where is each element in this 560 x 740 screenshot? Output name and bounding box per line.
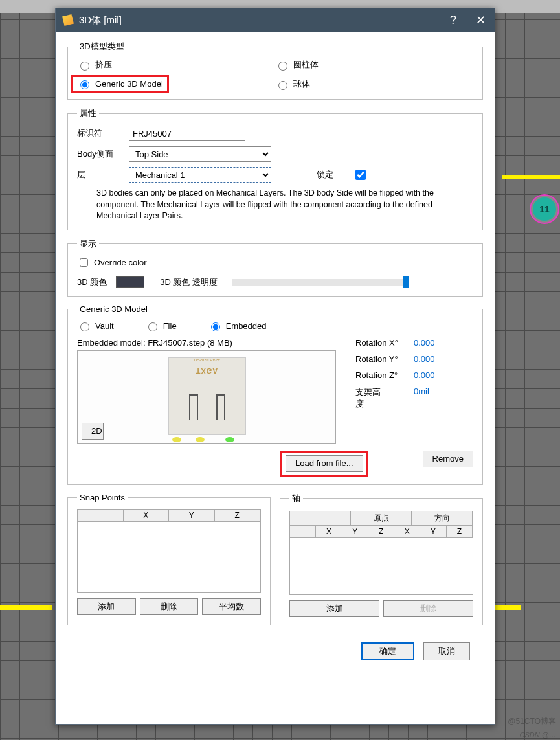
radio-generic-3d-model[interactable]: Generic 3D Model bbox=[77, 78, 163, 89]
embedded-model-value: FRJ45007.step (8 MB) bbox=[148, 338, 232, 348]
embedded-model-label: Embedded model: bbox=[77, 338, 146, 348]
radio-cylinder[interactable]: 圆柱体 bbox=[275, 59, 473, 71]
opacity-label: 3D 颜色 透明度 bbox=[160, 276, 218, 288]
rotation-y-value[interactable]: 0.000 bbox=[414, 354, 435, 364]
radio-source-embedded[interactable]: Embedded bbox=[208, 320, 267, 331]
identifier-input[interactable] bbox=[129, 126, 245, 141]
model-preview: DESIGN BASE TXGA 2D bbox=[77, 350, 336, 444]
axis-add-button[interactable]: 添加 bbox=[289, 600, 379, 617]
radio-source-file[interactable]: File bbox=[145, 320, 177, 331]
watermark: CSDN @… bbox=[520, 731, 556, 739]
layer-label: 层 bbox=[77, 169, 122, 181]
rotation-y-label: Rotation Y° bbox=[355, 354, 407, 364]
identifier-label: 标识符 bbox=[77, 128, 122, 139]
snap-points-group: Snap Points X Y Z 添加 删除 平均数 bbox=[67, 493, 271, 625]
body-side-label: Body侧面 bbox=[77, 148, 122, 160]
snap-delete-button[interactable]: 删除 bbox=[140, 598, 199, 615]
lock-checkbox[interactable] bbox=[355, 170, 366, 180]
app-icon bbox=[62, 14, 74, 26]
slider-thumb[interactable] bbox=[403, 276, 409, 288]
generic-3d-model-group: Generic 3D Model Vault File Embedded Emb… bbox=[67, 304, 483, 485]
axis-table[interactable]: 原点 方向 X Y Z X Y Z bbox=[289, 511, 473, 595]
rotation-x-label: Rotation X° bbox=[355, 338, 407, 348]
radio-sphere[interactable]: 球体 bbox=[275, 77, 473, 91]
window-title: 3D体 [mil] bbox=[79, 14, 122, 27]
model-thumbnail: DESIGN BASE TXGA bbox=[168, 357, 246, 435]
model-type-group: 3D模型类型 挤压 圆柱体 Generic 3D Model 球体 bbox=[67, 41, 483, 100]
radio-extrude[interactable]: 挤压 bbox=[77, 59, 275, 71]
standoff-label: 支架高度 bbox=[355, 387, 388, 410]
ok-button[interactable]: 确定 bbox=[361, 642, 414, 660]
rotation-z-value[interactable]: 0.000 bbox=[414, 370, 435, 380]
layer-select[interactable]: Mechanical 1 bbox=[129, 167, 271, 183]
radio-source-vault[interactable]: Vault bbox=[77, 320, 114, 331]
load-from-file-button[interactable]: Load from file... bbox=[286, 455, 363, 472]
rotation-z-label: Rotation Z° bbox=[355, 370, 407, 380]
cancel-button[interactable]: 取消 bbox=[423, 642, 470, 660]
opacity-slider[interactable] bbox=[232, 279, 407, 286]
titlebar: 3D体 [mil] ? ✕ bbox=[56, 8, 495, 32]
display-group: 显示 Override color 3D 颜色 3D 颜色 透明度 bbox=[67, 238, 483, 297]
override-color-checkbox[interactable]: Override color bbox=[77, 256, 473, 269]
properties-group: 属性 标识符 Body侧面 Top Side 层 Mechanical 1 锁定… bbox=[67, 107, 483, 230]
body-side-select[interactable]: Top Side bbox=[129, 146, 271, 162]
color3d-label: 3D 颜色 bbox=[77, 276, 107, 288]
axis-group: 轴 原点 方向 X Y Z X Y Z bbox=[280, 493, 483, 625]
toggle-2d-button[interactable]: 2D bbox=[82, 423, 104, 440]
color3d-swatch[interactable] bbox=[116, 276, 144, 288]
axis-delete-button[interactable]: 删除 bbox=[383, 600, 473, 617]
remove-button[interactable]: Remove bbox=[423, 451, 473, 467]
rotation-x-value[interactable]: 0.000 bbox=[414, 338, 435, 348]
help-button[interactable]: ? bbox=[445, 14, 461, 27]
watermark: @51CTO博客 bbox=[508, 716, 556, 727]
snap-add-button[interactable]: 添加 bbox=[77, 598, 136, 615]
snap-points-table[interactable]: X Y Z bbox=[77, 509, 261, 593]
close-button[interactable]: ✕ bbox=[473, 13, 488, 27]
standoff-value[interactable]: 0mil bbox=[414, 387, 429, 410]
snap-average-button[interactable]: 平均数 bbox=[202, 598, 261, 615]
dialog-3d-body: 3D体 [mil] ? ✕ 3D模型类型 挤压 圆柱体 Generic 3D M… bbox=[55, 8, 495, 725]
lock-label: 锁定 bbox=[317, 169, 333, 181]
layer-helper-text: 3D bodies can only be placed on Mechanic… bbox=[96, 188, 465, 222]
pcb-pad-11: 11 bbox=[531, 196, 558, 223]
